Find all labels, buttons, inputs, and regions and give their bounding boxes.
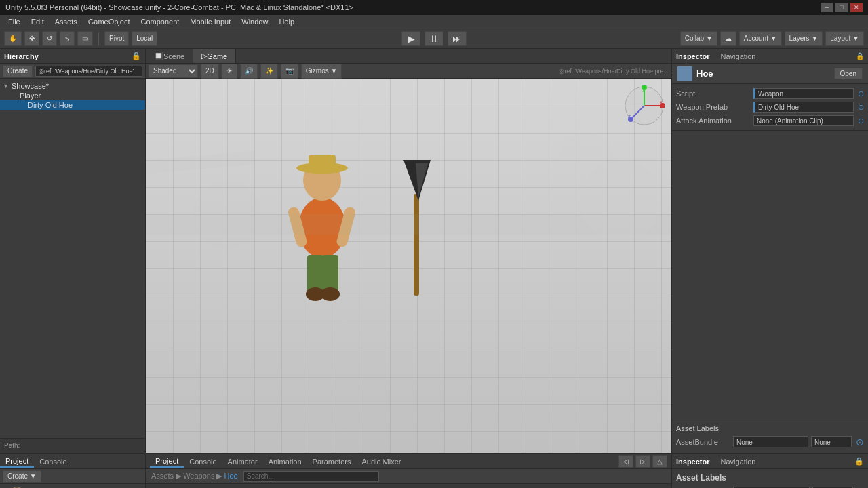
browser-up-button[interactable]: △ xyxy=(652,455,667,468)
hierarchy-panel: Hierarchy 🔒 Create ▼ Showcase* Player Di… xyxy=(0,49,146,453)
pivot-button[interactable]: Pivot xyxy=(104,31,129,46)
scale-tool-button[interactable]: ⤡ xyxy=(60,31,75,46)
tab-project[interactable]: Project xyxy=(0,455,34,468)
inspector-bottom-tab[interactable]: Inspector xyxy=(676,458,710,466)
tab-audio-mixer[interactable]: Audio Mixer xyxy=(356,456,406,467)
weapon-prefab-link-icon: ⊙ xyxy=(858,103,864,112)
tab-animator[interactable]: Animator xyxy=(222,456,263,467)
attack-anim-value: None (Animation Clip) xyxy=(753,115,854,126)
hierarchy-item-showcase[interactable]: ▼ Showcase* xyxy=(0,81,145,91)
scene-tab-label: Scene xyxy=(163,52,184,60)
close-button[interactable]: ✕ xyxy=(850,3,863,12)
asset-bundle-row: AssetBundle None None ⊙ xyxy=(676,435,864,449)
inspector-tab-label[interactable]: Inspector xyxy=(676,52,710,60)
menu-edit[interactable]: Edit xyxy=(26,16,50,27)
shading-mode-select[interactable]: Shaded Wireframe xyxy=(149,64,198,78)
hierarchy-create-button[interactable]: Create xyxy=(3,65,33,77)
inspector-script-section: Script Weapon ⊙ Weapon Prefab Dirty Old … xyxy=(672,84,868,131)
inspector-open-button[interactable]: Open xyxy=(834,68,863,79)
view-tabs: 🔲 Scene ▷ Game xyxy=(146,49,671,64)
menu-mobile-input[interactable]: Mobile Input xyxy=(184,16,236,27)
inspector-bottom-nav[interactable]: Navigation xyxy=(721,458,756,466)
project-create-button[interactable]: Create ▼ xyxy=(3,470,41,483)
hierarchy-tab-label[interactable]: Hierarchy xyxy=(4,52,39,60)
tab-parameters[interactable]: Parameters xyxy=(307,456,357,467)
menu-file[interactable]: File xyxy=(3,16,26,27)
breadcrumb-sep-2: ▶ xyxy=(216,472,224,480)
tab-console-assets[interactable]: Console xyxy=(184,456,222,467)
hierarchy-item-player[interactable]: Player xyxy=(0,91,145,100)
scene-tab[interactable]: 🔲 Scene xyxy=(146,49,193,63)
asset-bundle-value2: None xyxy=(811,436,852,447)
breadcrumb-weapons[interactable]: Weapons xyxy=(183,472,214,480)
account-button[interactable]: Account ▼ xyxy=(739,31,782,46)
main-layout: Hierarchy 🔒 Create ▼ Showcase* Player Di… xyxy=(0,49,868,453)
menu-component[interactable]: Component xyxy=(135,16,184,27)
path-label: Path: xyxy=(4,442,20,449)
game-tab[interactable]: ▷ Game xyxy=(193,49,236,63)
fx-button[interactable]: ✨ xyxy=(260,64,278,79)
audio-button[interactable]: 🔊 xyxy=(240,64,258,79)
hierarchy-item-dirtyoldhoe[interactable]: Dirty Old Hoe xyxy=(0,100,145,110)
move-tool-button[interactable]: ✥ xyxy=(24,31,39,46)
gizmos-button[interactable]: Gizmos ▼ xyxy=(301,64,342,79)
2d-mode-button[interactable]: 2D xyxy=(201,64,219,79)
asset-bundle-value1: None xyxy=(733,436,808,447)
layout-button[interactable]: Layout ▼ xyxy=(825,31,864,46)
weapon-prefab-label: Weapon Prefab xyxy=(676,103,751,111)
browser-forward-button[interactable]: ▷ xyxy=(635,455,650,468)
tab-project-assets[interactable]: Project xyxy=(150,455,184,468)
inspector-title-bar: Hoe Open xyxy=(672,64,868,84)
browser-back-button[interactable]: ◁ xyxy=(618,455,633,468)
svg-point-27 xyxy=(193,180,261,248)
hierarchy-lock-icon: 🔒 xyxy=(132,52,141,60)
menu-gameobject[interactable]: GameObject xyxy=(83,16,136,27)
script-value: Weapon xyxy=(753,88,854,99)
step-button[interactable]: ⏭ xyxy=(448,31,467,46)
weapon-prefab-value: Dirty Old Hoe xyxy=(753,102,854,113)
inspector-empty-space xyxy=(672,131,868,420)
ptree-assets[interactable]: ▼ 📁 Assets xyxy=(0,485,145,488)
tab-console[interactable]: Console xyxy=(34,456,72,467)
light-button[interactable]: ☀ xyxy=(222,64,237,79)
menu-assets[interactable]: Assets xyxy=(50,16,83,27)
collab-button[interactable]: Collab ▼ xyxy=(680,31,717,46)
tab-animation[interactable]: Animation xyxy=(263,456,307,467)
hierarchy-search-input[interactable] xyxy=(35,66,142,77)
inspector-object-name: Hoe xyxy=(696,68,713,79)
asset-labels-container: Asset Labels AssetBundle None None ⊙ xyxy=(672,469,868,488)
asset-browser-toolbar: Assets ▶ Weapons ▶ Hoe xyxy=(146,469,671,484)
project-toolbar: Create ▼ xyxy=(0,469,145,484)
local-button[interactable]: Local xyxy=(132,31,157,46)
window-controls: ─ □ ✕ xyxy=(821,3,863,12)
cloud-button[interactable]: ☁ xyxy=(720,31,736,46)
asset-search-input[interactable] xyxy=(243,471,379,482)
layers-button[interactable]: Layers ▼ xyxy=(785,31,823,46)
bottom-tabs: Project Console xyxy=(0,454,145,469)
menu-help[interactable]: Help xyxy=(273,16,300,27)
breadcrumb-assets[interactable]: Assets xyxy=(151,472,174,480)
attack-anim-label: Attack Animation xyxy=(676,117,751,125)
inspector-tab-nav[interactable]: Navigation xyxy=(721,52,756,60)
scene-cam-button[interactable]: 📷 xyxy=(281,64,298,79)
svg-rect-24 xyxy=(146,150,256,176)
project-panel: Project Console Create ▼ ▼ 📁 Assets 📁 Ca… xyxy=(0,454,146,488)
asset-browser-header: Project Console Animator Animation Param… xyxy=(146,454,671,469)
maximize-button[interactable]: □ xyxy=(835,3,848,12)
play-button[interactable]: ▶ xyxy=(401,31,420,46)
scene-view[interactable]: x y z xyxy=(146,79,671,453)
breadcrumb-hoe[interactable]: Hoe xyxy=(224,472,238,480)
menubar: File Edit Assets GameObject Component Mo… xyxy=(0,15,868,28)
game-tab-label: Game xyxy=(207,52,227,60)
asset-labels-title: Asset Labels xyxy=(676,424,864,432)
script-label: Script xyxy=(676,89,751,98)
project-tree: ▼ 📁 Assets 📁 CameraUI ▼ 📁 Characters 📁 E… xyxy=(0,484,145,488)
rect-tool-button[interactable]: ▭ xyxy=(77,31,93,46)
minimize-button[interactable]: ─ xyxy=(821,3,833,12)
menu-window[interactable]: Window xyxy=(236,16,273,27)
hand-tool-button[interactable]: ✋ xyxy=(4,31,22,46)
rotate-tool-button[interactable]: ↺ xyxy=(42,31,57,46)
center-panel: 🔲 Scene ▷ Game Shaded Wireframe 2D ☀ 🔊 ✨… xyxy=(146,49,671,453)
pause-button[interactable]: ⏸ xyxy=(425,31,443,46)
asset-labels-section: Asset Labels AssetBundle None None ⊙ xyxy=(672,420,868,453)
